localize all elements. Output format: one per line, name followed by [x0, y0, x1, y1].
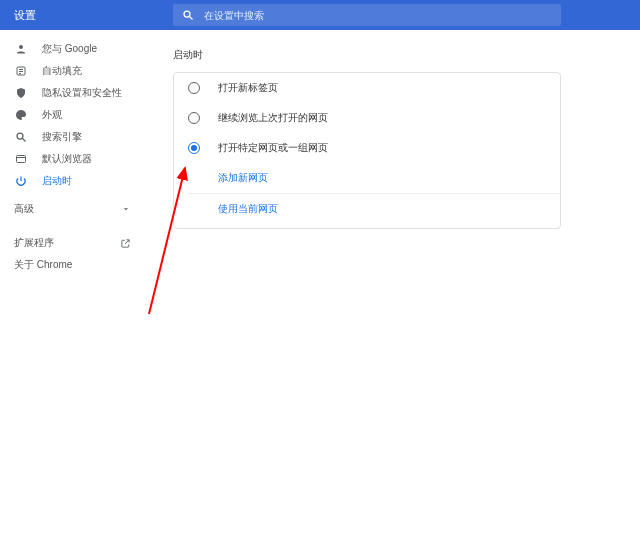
autofill-icon — [14, 64, 28, 78]
search-input[interactable] — [204, 10, 553, 21]
palette-icon — [14, 108, 28, 122]
svg-rect-9 — [17, 156, 26, 163]
sidebar-item-appearance[interactable]: 外观 — [0, 104, 145, 126]
sidebar-item-label: 启动时 — [42, 174, 72, 188]
svg-point-2 — [19, 45, 23, 49]
svg-line-1 — [189, 17, 192, 20]
add-new-page-link[interactable]: 添加新网页 — [218, 163, 560, 193]
browser-icon — [14, 152, 28, 166]
sidebar-link-extensions[interactable]: 扩展程序 — [0, 232, 145, 254]
search-icon — [181, 8, 194, 22]
sidebar-item-default-browser[interactable]: 默认浏览器 — [0, 148, 145, 170]
svg-point-7 — [17, 133, 23, 139]
settings-search[interactable] — [173, 4, 561, 26]
shield-icon — [14, 86, 28, 100]
sidebar-item-label: 自动填充 — [42, 64, 82, 78]
sidebar-item-label: 您与 Google — [42, 42, 97, 56]
startup-option-new-tab[interactable]: 打开新标签页 — [174, 73, 560, 103]
sidebar-link-about[interactable]: 关于 Chrome — [0, 254, 145, 276]
power-icon — [14, 174, 28, 188]
section-title: 启动时 — [173, 48, 612, 62]
sidebar-item-label: 外观 — [42, 108, 62, 122]
radio-icon — [188, 112, 200, 124]
sidebar-item-you-and-google[interactable]: 您与 Google — [0, 38, 145, 60]
sidebar-advanced-label: 高级 — [14, 202, 34, 216]
startup-option-continue[interactable]: 继续浏览上次打开的网页 — [174, 103, 560, 133]
header-bar: 设置 — [0, 0, 640, 30]
sidebar-link-label: 关于 Chrome — [14, 258, 72, 272]
sidebar-advanced[interactable]: 高级 — [0, 198, 145, 220]
sidebar-item-autofill[interactable]: 自动填充 — [0, 60, 145, 82]
sidebar-item-search-engine[interactable]: 搜索引擎 — [0, 126, 145, 148]
radio-label: 继续浏览上次打开的网页 — [218, 111, 328, 125]
external-link-icon — [119, 237, 131, 249]
startup-option-specific-pages[interactable]: 打开特定网页或一组网页 — [174, 133, 560, 163]
sidebar-item-label: 隐私设置和安全性 — [42, 86, 122, 100]
svg-line-8 — [23, 139, 26, 142]
main-content: 启动时 打开新标签页 继续浏览上次打开的网页 打开特定网页或一组网页 添加新网页… — [145, 30, 640, 552]
radio-icon — [188, 82, 200, 94]
sidebar-link-label: 扩展程序 — [14, 236, 54, 250]
sidebar: 您与 Google 自动填充 隐私设置和安全性 外观 搜索引擎 默认浏览器 — [0, 30, 145, 552]
sidebar-item-label: 默认浏览器 — [42, 152, 92, 166]
search-icon — [14, 130, 28, 144]
startup-card: 打开新标签页 继续浏览上次打开的网页 打开特定网页或一组网页 添加新网页 使用当… — [173, 72, 561, 229]
page-title: 设置 — [0, 8, 173, 23]
person-icon — [14, 42, 28, 56]
radio-label: 打开特定网页或一组网页 — [218, 141, 328, 155]
chevron-down-icon — [121, 204, 131, 214]
sidebar-item-on-startup[interactable]: 启动时 — [0, 170, 145, 192]
use-current-pages-link[interactable]: 使用当前网页 — [218, 194, 560, 224]
radio-label: 打开新标签页 — [218, 81, 278, 95]
sidebar-item-label: 搜索引擎 — [42, 130, 82, 144]
sidebar-item-privacy[interactable]: 隐私设置和安全性 — [0, 82, 145, 104]
radio-icon-selected — [188, 142, 200, 154]
svg-point-0 — [184, 11, 190, 17]
